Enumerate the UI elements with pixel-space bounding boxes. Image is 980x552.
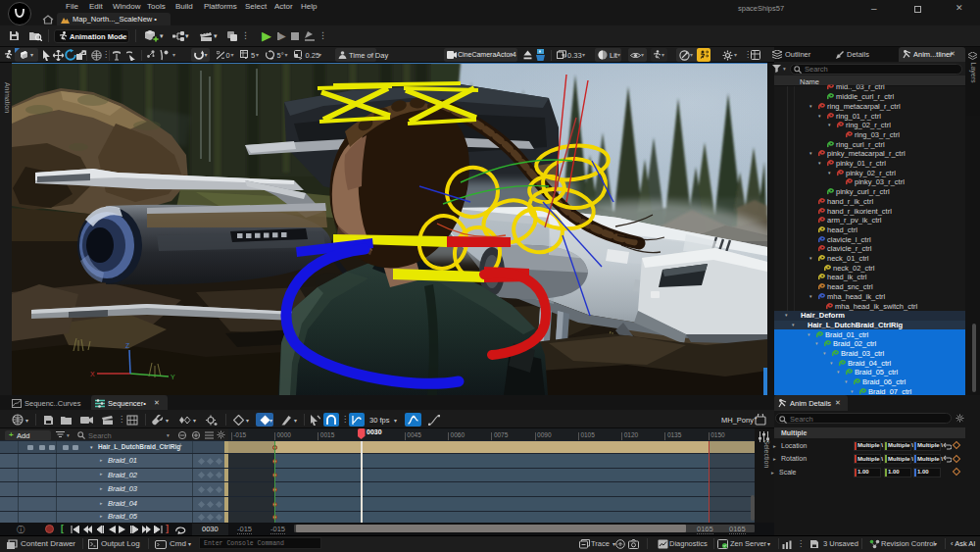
svg-text:Y: Y — [171, 374, 175, 380]
svg-text:Z: Z — [125, 342, 130, 349]
svg-text:X: X — [90, 371, 95, 377]
